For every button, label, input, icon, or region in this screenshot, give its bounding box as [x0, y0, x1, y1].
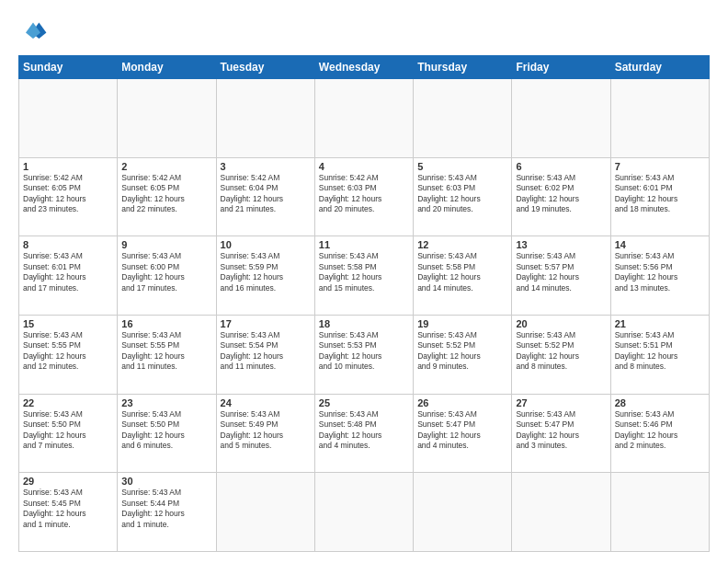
- day-detail: Sunrise: 5:43 AM Sunset: 6:03 PM Dayligh…: [417, 173, 507, 215]
- day-cell: 11Sunrise: 5:43 AM Sunset: 5:58 PM Dayli…: [314, 236, 413, 316]
- day-cell: 3Sunrise: 5:42 AM Sunset: 6:04 PM Daylig…: [216, 157, 314, 236]
- day-cell: [512, 79, 610, 158]
- day-number: 18: [319, 318, 409, 329]
- day-cell: 23Sunrise: 5:43 AM Sunset: 5:50 PM Dayli…: [118, 394, 216, 473]
- day-cell: [216, 473, 314, 552]
- day-cell: 21Sunrise: 5:43 AM Sunset: 5:51 PM Dayli…: [610, 315, 709, 394]
- day-detail: Sunrise: 5:43 AM Sunset: 5:50 PM Dayligh…: [121, 409, 211, 452]
- day-number: 15: [23, 318, 113, 329]
- day-number: 6: [516, 161, 606, 172]
- day-number: 7: [615, 161, 705, 172]
- day-cell: 8Sunrise: 5:43 AM Sunset: 6:01 PM Daylig…: [19, 236, 118, 316]
- day-cell: 9Sunrise: 5:43 AM Sunset: 6:00 PM Daylig…: [118, 236, 216, 316]
- day-detail: Sunrise: 5:43 AM Sunset: 5:49 PM Dayligh…: [221, 409, 311, 452]
- day-cell: 29Sunrise: 5:43 AM Sunset: 5:45 PM Dayli…: [19, 473, 118, 552]
- day-number: 12: [417, 239, 507, 250]
- day-detail: Sunrise: 5:43 AM Sunset: 5:55 PM Dayligh…: [23, 330, 113, 373]
- day-number: 20: [516, 318, 606, 329]
- day-number: 14: [615, 239, 705, 250]
- page: SundayMondayTuesdayWednesdayThursdayFrid…: [0, 0, 728, 563]
- day-detail: Sunrise: 5:42 AM Sunset: 6:05 PM Dayligh…: [23, 173, 113, 215]
- day-cell: 5Sunrise: 5:43 AM Sunset: 6:03 PM Daylig…: [414, 157, 512, 236]
- logo-icon: [18, 17, 48, 46]
- day-cell: 30Sunrise: 5:43 AM Sunset: 5:44 PM Dayli…: [118, 473, 216, 552]
- day-detail: Sunrise: 5:43 AM Sunset: 5:51 PM Dayligh…: [615, 330, 705, 373]
- day-number: 24: [221, 397, 311, 408]
- day-cell: 14Sunrise: 5:43 AM Sunset: 5:56 PM Dayli…: [610, 236, 709, 316]
- day-cell: 18Sunrise: 5:43 AM Sunset: 5:53 PM Dayli…: [314, 315, 413, 394]
- calendar-table: SundayMondayTuesdayWednesdayThursdayFrid…: [18, 55, 710, 552]
- day-cell: 10Sunrise: 5:43 AM Sunset: 5:59 PM Dayli…: [216, 236, 314, 316]
- day-number: 3: [221, 161, 311, 172]
- day-number: 1: [23, 161, 113, 172]
- day-detail: Sunrise: 5:43 AM Sunset: 6:00 PM Dayligh…: [121, 251, 211, 293]
- day-number: 16: [121, 318, 211, 329]
- day-detail: Sunrise: 5:43 AM Sunset: 5:46 PM Dayligh…: [615, 409, 705, 452]
- day-detail: Sunrise: 5:43 AM Sunset: 6:01 PM Dayligh…: [23, 251, 113, 293]
- day-detail: Sunrise: 5:43 AM Sunset: 5:55 PM Dayligh…: [121, 330, 211, 373]
- day-number: 28: [615, 397, 705, 408]
- day-cell: 7Sunrise: 5:43 AM Sunset: 6:01 PM Daylig…: [610, 157, 709, 236]
- day-cell: 4Sunrise: 5:42 AM Sunset: 6:03 PM Daylig…: [314, 157, 413, 236]
- day-cell: 1Sunrise: 5:42 AM Sunset: 6:05 PM Daylig…: [19, 157, 118, 236]
- day-number: 11: [319, 239, 409, 250]
- day-number: 4: [319, 161, 409, 172]
- day-number: 2: [121, 161, 211, 172]
- calendar-header-row: SundayMondayTuesdayWednesdayThursdayFrid…: [19, 56, 710, 79]
- day-number: 22: [23, 397, 113, 408]
- day-cell: [19, 79, 118, 158]
- col-header-tuesday: Tuesday: [216, 56, 314, 79]
- day-cell: [118, 79, 216, 158]
- day-detail: Sunrise: 5:42 AM Sunset: 6:03 PM Dayligh…: [319, 173, 409, 215]
- day-number: 19: [417, 318, 507, 329]
- day-cell: 17Sunrise: 5:43 AM Sunset: 5:54 PM Dayli…: [216, 315, 314, 394]
- day-number: 21: [615, 318, 705, 329]
- day-cell: [512, 473, 610, 552]
- day-number: 8: [23, 239, 113, 250]
- day-detail: Sunrise: 5:43 AM Sunset: 5:50 PM Dayligh…: [23, 409, 113, 452]
- col-header-monday: Monday: [118, 56, 216, 79]
- col-header-wednesday: Wednesday: [314, 56, 413, 79]
- day-detail: Sunrise: 5:43 AM Sunset: 5:57 PM Dayligh…: [516, 251, 606, 293]
- day-cell: 2Sunrise: 5:42 AM Sunset: 6:05 PM Daylig…: [118, 157, 216, 236]
- day-number: 17: [221, 318, 311, 329]
- day-cell: 13Sunrise: 5:43 AM Sunset: 5:57 PM Dayli…: [512, 236, 610, 316]
- day-detail: Sunrise: 5:43 AM Sunset: 5:48 PM Dayligh…: [319, 409, 409, 452]
- day-cell: 28Sunrise: 5:43 AM Sunset: 5:46 PM Dayli…: [610, 394, 709, 473]
- week-row-5: 29Sunrise: 5:43 AM Sunset: 5:45 PM Dayli…: [19, 473, 710, 552]
- day-cell: [314, 473, 413, 552]
- week-row-3: 15Sunrise: 5:43 AM Sunset: 5:55 PM Dayli…: [19, 315, 710, 394]
- day-cell: 12Sunrise: 5:43 AM Sunset: 5:58 PM Dayli…: [414, 236, 512, 316]
- day-cell: [414, 79, 512, 158]
- day-number: 26: [417, 397, 507, 408]
- day-number: 5: [417, 161, 507, 172]
- day-detail: Sunrise: 5:43 AM Sunset: 5:47 PM Dayligh…: [516, 409, 606, 452]
- day-cell: [610, 473, 709, 552]
- day-number: 23: [121, 397, 211, 408]
- day-cell: 20Sunrise: 5:43 AM Sunset: 5:52 PM Dayli…: [512, 315, 610, 394]
- day-cell: [314, 79, 413, 158]
- day-detail: Sunrise: 5:43 AM Sunset: 6:02 PM Dayligh…: [516, 173, 606, 215]
- day-detail: Sunrise: 5:43 AM Sunset: 5:54 PM Dayligh…: [221, 330, 311, 373]
- week-row-0: [19, 79, 710, 158]
- day-detail: Sunrise: 5:43 AM Sunset: 5:47 PM Dayligh…: [417, 409, 507, 452]
- day-cell: 27Sunrise: 5:43 AM Sunset: 5:47 PM Dayli…: [512, 394, 610, 473]
- day-cell: [216, 79, 314, 158]
- day-detail: Sunrise: 5:43 AM Sunset: 5:53 PM Dayligh…: [319, 330, 409, 373]
- day-detail: Sunrise: 5:43 AM Sunset: 5:52 PM Dayligh…: [516, 330, 606, 373]
- logo: [18, 17, 51, 46]
- day-detail: Sunrise: 5:43 AM Sunset: 5:44 PM Dayligh…: [121, 488, 211, 530]
- day-cell: 6Sunrise: 5:43 AM Sunset: 6:02 PM Daylig…: [512, 157, 610, 236]
- day-cell: 24Sunrise: 5:43 AM Sunset: 5:49 PM Dayli…: [216, 394, 314, 473]
- col-header-sunday: Sunday: [19, 56, 118, 79]
- day-cell: 16Sunrise: 5:43 AM Sunset: 5:55 PM Dayli…: [118, 315, 216, 394]
- day-number: 29: [23, 476, 113, 487]
- day-detail: Sunrise: 5:43 AM Sunset: 5:56 PM Dayligh…: [615, 251, 705, 293]
- day-number: 9: [121, 239, 211, 250]
- day-number: 10: [221, 239, 311, 250]
- day-detail: Sunrise: 5:43 AM Sunset: 5:45 PM Dayligh…: [23, 488, 113, 530]
- col-header-thursday: Thursday: [414, 56, 512, 79]
- col-header-saturday: Saturday: [610, 56, 709, 79]
- day-cell: 19Sunrise: 5:43 AM Sunset: 5:52 PM Dayli…: [414, 315, 512, 394]
- week-row-2: 8Sunrise: 5:43 AM Sunset: 6:01 PM Daylig…: [19, 236, 710, 316]
